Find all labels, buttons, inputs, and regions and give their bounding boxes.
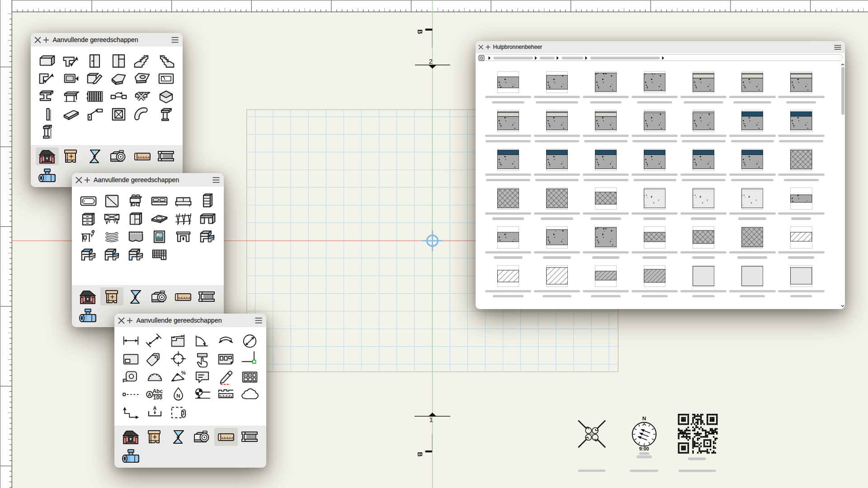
svg-text:Abc: Abc	[152, 388, 163, 394]
svg-text:B: B	[416, 452, 424, 456]
svg-text:9:00: 9:00	[639, 446, 649, 451]
svg-text:B: B	[416, 29, 424, 34]
svg-text:2: 2	[429, 58, 432, 65]
svg-text:N: N	[642, 416, 646, 421]
svg-text:A: A	[153, 405, 156, 411]
svg-text:100: 100	[153, 395, 162, 401]
svg-text:N: N	[177, 393, 180, 399]
svg-text:1: 1	[429, 416, 433, 423]
svg-text:%: %	[181, 370, 186, 375]
svg-text:A: A	[148, 392, 151, 397]
